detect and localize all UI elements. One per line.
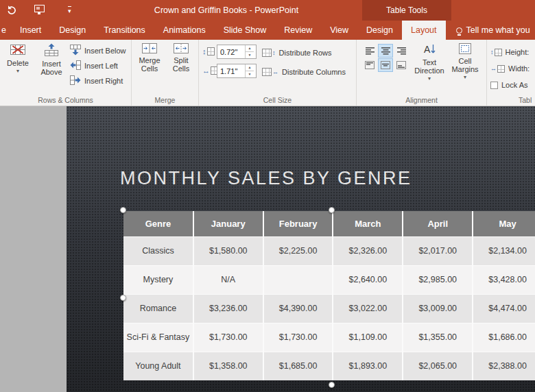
column-width-icon: ↔ [202,66,218,75]
slide-canvas[interactable]: MONTHLY SALES BY GENRE Genre January Feb… [67,106,535,392]
table-cell[interactable]: $1,580.00 [193,236,263,265]
table-resize-handle-middle-left[interactable] [120,295,126,301]
table-cell[interactable]: $2,017.00 [403,236,473,265]
table-cell[interactable]: Classics [123,236,193,265]
split-cells-icon [174,43,189,55]
table-cell[interactable]: Sci-Fi & Fantasy [123,323,193,352]
table-resize-handle-top-left[interactable] [120,207,126,213]
insert-above-icon [44,43,59,58]
group-label-cell-size: Cell Size [199,96,356,104]
table-cell[interactable]: $1,109.00 [333,323,403,352]
table-cell[interactable]: $1,358.00 [193,352,263,380]
lock-aspect-checkbox[interactable] [490,82,498,89]
table-cell[interactable]: N/A [193,265,263,294]
cell-width-spinner[interactable]: ▲▼ [245,64,254,77]
align-left-button[interactable] [362,44,377,58]
cell-margins-icon [459,43,471,56]
table-height-icon: ↕ [490,49,502,56]
table-cell[interactable]: Young Adult [123,352,193,380]
insert-left-label: Insert Left [84,62,118,70]
table-cell[interactable]: $3,236.00 [193,294,263,323]
distribute-columns-button[interactable]: ↔ Distribute Columns [262,65,346,79]
table-cell[interactable]: $1,685.00 [263,352,333,380]
header-cell-may[interactable]: May [473,211,535,236]
table-cell[interactable]: $2,326.00 [333,236,403,265]
tab-view[interactable]: View [321,21,357,40]
delete-dropdown-icon: ▾ [16,69,19,73]
table-cell[interactable]: $1,686.00 [473,323,535,352]
workspace: MONTHLY SALES BY GENRE Genre January Feb… [0,106,535,392]
insert-right-icon [70,75,81,86]
group-label-table: Tabl [487,96,535,104]
table-cell[interactable]: $1,730.00 [193,323,263,352]
table-cell[interactable]: Mystery [123,265,193,294]
tab-file-partial[interactable]: e [0,21,11,40]
delete-button[interactable]: Delete ▾ [3,40,33,92]
tab-slide-show[interactable]: Slide Show [215,21,276,40]
slide-title[interactable]: MONTHLY SALES BY GENRE [120,168,412,189]
table-cell[interactable]: $1,355.00 [403,323,473,352]
slideshow-icon[interactable] [34,5,45,12]
align-center-button[interactable] [378,44,393,58]
tab-design[interactable]: Design [50,21,95,40]
tab-animations[interactable]: Animations [154,21,215,40]
distribute-rows-button[interactable]: ↕ Distribute Rows [262,46,332,60]
table-cell[interactable]: $2,640.00 [333,265,403,294]
split-cells-button[interactable]: Split Cells [166,40,196,92]
customize-toolbar-icon[interactable]: ▾ [68,6,71,14]
tab-table-tools-design[interactable]: Design [357,21,402,40]
delete-label: Delete [7,59,29,67]
header-cell-january[interactable]: January [193,211,263,236]
header-cell-february[interactable]: February [263,211,333,236]
lightbulb-icon [456,27,462,34]
insert-below-button[interactable]: Insert Below [70,44,126,58]
table-cell[interactable]: Romance [123,294,193,323]
align-middle-icon [381,61,390,69]
table-cell[interactable]: $3,022.00 [333,294,403,323]
table-cell[interactable]: $1,893.00 [333,352,403,380]
insert-left-button[interactable]: Insert Left [70,59,118,73]
tab-table-tools-layout[interactable]: Layout [402,21,446,40]
group-merge: Merge Cells Split Cells Merge [132,40,199,106]
table-cell[interactable]: $2,225.00 [263,236,333,265]
cell-height-field: ▲▼ [217,45,257,59]
merge-cells-button[interactable]: Merge Cells [134,40,165,92]
header-cell-genre[interactable]: Genre [123,211,193,236]
table-cell[interactable]: $4,390.00 [263,294,333,323]
table-tools-header: Table Tools [362,0,451,21]
table-cell[interactable]: $3,009.00 [403,294,473,323]
cell-margins-dropdown-icon: ▾ [464,75,466,79]
table-cell[interactable]: $1,730.00 [263,323,333,352]
align-bottom-button[interactable] [394,58,409,72]
text-direction-button[interactable]: A Text Direction ▾ [413,40,446,92]
table-cell[interactable]: $3,428.00 [473,265,535,294]
tab-review[interactable]: Review [275,21,321,40]
insert-right-button[interactable]: Insert Right [70,74,123,88]
tell-me-box[interactable]: Tell me what you [446,21,530,40]
header-cell-april[interactable]: April [403,211,473,236]
merge-cells-label: Merge Cells [139,56,160,73]
tab-insert[interactable]: Insert [11,21,50,40]
table-cell[interactable]: $4,474.00 [473,294,535,323]
align-right-button[interactable] [394,44,409,58]
align-top-button[interactable] [362,58,377,72]
table-cell[interactable]: $2,134.00 [473,236,535,265]
table-resize-handle-top-center[interactable] [329,207,335,213]
cell-height-spinner[interactable]: ▲▼ [245,45,254,58]
powerpoint-window: ▾ Crown and Griffin Books - PowerPoint T… [0,0,535,392]
cell-width-input[interactable] [217,64,245,77]
cell-height-input[interactable] [217,45,245,58]
header-cell-march[interactable]: March [333,211,403,236]
tab-transitions[interactable]: Transitions [95,21,154,40]
redo-icon[interactable] [6,5,16,15]
align-middle-button[interactable] [378,58,393,72]
table-cell[interactable]: $2,065.00 [403,352,473,380]
table-cell[interactable]: $2,388.00 [473,352,535,380]
table-width-row: ↔ Width: [490,62,530,75]
cell-margins-button[interactable]: Cell Margins ▾ [449,40,482,92]
insert-above-button[interactable]: Insert Above [36,40,67,92]
row-height-icon: ↕ [202,47,215,56]
table-cell[interactable]: $2,985.00 [403,265,473,294]
table-resize-handle-bottom-center[interactable] [329,382,335,388]
table-cell[interactable] [263,265,333,294]
